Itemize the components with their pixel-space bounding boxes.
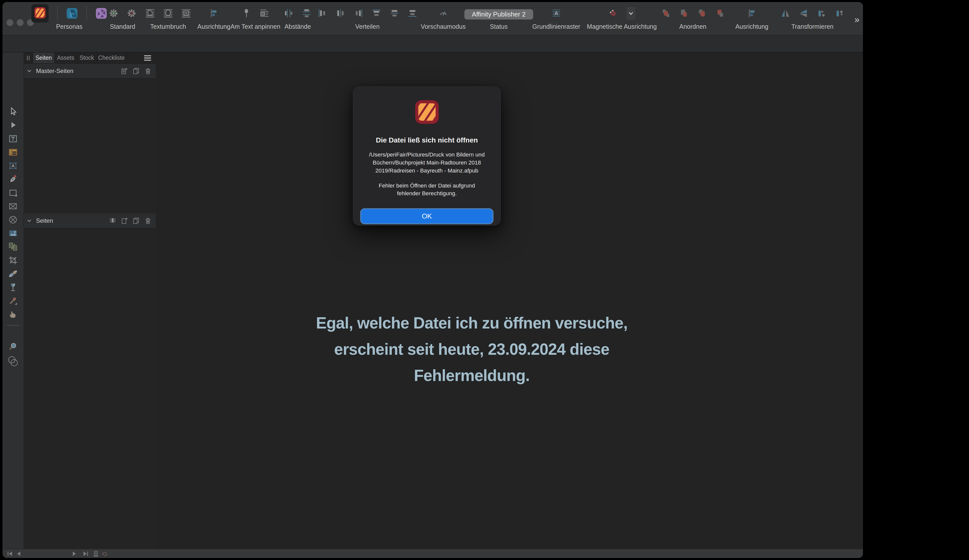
panel-menu-button[interactable] [143,53,152,63]
next-page-icon[interactable] [71,550,78,557]
wrap-square-icon[interactable] [145,8,155,18]
toolbar-group-standard: Standard [109,5,137,30]
section-chevron-icon[interactable] [26,68,33,74]
data-merge-tool[interactable] [8,242,18,251]
toolbar-group-textumbruch: Textumbruch [145,5,191,30]
svg-text:A: A [12,163,15,168]
wrap-ellipse-icon[interactable] [163,8,173,18]
flip-vertical-icon[interactable] [799,8,808,18]
selected-persona-highlight[interactable] [32,4,49,23]
rectangle-tool[interactable] [8,188,18,198]
place-image-tool[interactable] [8,229,18,238]
arrange-forward-icon[interactable] [679,8,689,18]
distribute-center-h-icon[interactable] [336,8,345,18]
toolbar-group-label: Anordnen [661,23,724,30]
section-chevron-icon[interactable] [26,218,33,224]
transparency-tool[interactable] [8,282,18,292]
rotate-ccw-icon[interactable] [817,8,826,18]
arrange-back-icon[interactable] [715,8,724,18]
first-page-icon[interactable] [7,550,13,557]
gear-broken-icon[interactable] [127,8,137,18]
picture-frame-ellipse-tool[interactable] [8,215,18,224]
duplicate-icon[interactable] [132,217,140,225]
tools-divider [7,325,19,326]
tools-sidebar: A [3,52,23,549]
pin-icon[interactable] [241,8,251,18]
panel-drag-handle[interactable] [24,53,33,63]
distribute-middle-icon[interactable] [390,8,399,18]
gradient-tool[interactable] [8,269,18,279]
tab-assets[interactable]: Assets [55,53,77,63]
minimize-window-button[interactable] [17,19,23,26]
baseline-grid-icon[interactable]: A [551,8,561,18]
main-toolbar: PersonasStandardTextumbruchAusrichtungAm… [3,2,863,35]
close-window-button[interactable] [7,19,13,26]
window-controls [7,19,34,26]
picture-frame-rect-tool[interactable] [8,201,18,211]
ok-button[interactable]: OK [361,209,493,223]
node-tool[interactable] [8,121,18,130]
align-left-icon[interactable] [209,8,219,18]
gear-green-icon[interactable] [109,8,118,18]
status-button[interactable]: Affinity Publisher 2 [465,9,533,20]
rotate-cw-icon[interactable] [835,8,844,18]
toolbar-group-personas: Personas [32,5,107,30]
error-dialog: Die Datei ließ sich nicht öffnen /Users/… [353,86,501,226]
distribute-top-icon[interactable] [372,8,381,18]
tab-seiten[interactable]: Seiten [33,53,55,63]
arrange-front-icon[interactable] [661,8,671,18]
toolbar-group-label: Magnetische Ausrichtung [587,23,657,30]
align-left-icon[interactable] [747,8,757,18]
designer-persona[interactable] [66,8,78,19]
distribute-bottom-icon[interactable] [408,8,417,18]
arrange-backward-icon[interactable] [697,8,707,18]
dialog-file-path: /Users/periFair/Pictures/Druck von Bilde… [360,151,494,175]
document-canvas[interactable]: Egal, welche Datei ich zu öffnen versuch… [156,52,863,549]
pinned-text-icon[interactable] [260,8,269,18]
wrap-none-icon[interactable] [181,8,191,18]
pages-section-header[interactable]: Seiten [24,213,156,229]
dialog-error-message: Fehler beim Öffnen der Datei aufgrund fe… [367,182,487,197]
pages-setup-icon[interactable] [109,217,117,225]
add-page-icon[interactable] [121,217,128,225]
frame-text-tool[interactable] [8,134,18,143]
distribute-right-icon[interactable] [354,8,363,18]
photo-persona[interactable] [95,8,107,19]
toolbar-group-verteilen: Verteilen [318,5,417,30]
preview-mode-icon[interactable] [438,8,448,18]
color-picker-tool[interactable] [8,296,18,306]
trash-icon[interactable] [144,217,152,225]
pen-tool[interactable] [8,174,18,184]
dialog-title: Die Datei ließ sich nicht öffnen [353,136,501,144]
panel-tab-bar: SeitenAssetsStockCheckliste [24,53,156,64]
publisher-app-icon [415,100,439,124]
flip-horizontal-icon[interactable] [781,8,790,18]
publisher-persona[interactable] [34,7,46,19]
last-page-icon[interactable] [82,550,89,557]
tab-stock[interactable]: Stock [77,53,97,63]
magnet-options-dropdown[interactable] [626,7,635,20]
magnet-icon[interactable] [608,8,618,18]
master-pages-section-header[interactable]: Master-Seiten [24,64,156,79]
distribute-left-icon[interactable] [318,8,327,18]
duplicate-icon[interactable] [132,67,140,75]
move-tool[interactable] [8,107,18,116]
spacing-vertical-icon[interactable] [302,8,311,18]
app-window: PersonasStandardTextumbruchAusrichtungAm… [3,2,863,558]
spacing-horizontal-icon[interactable] [284,8,293,18]
view-tool[interactable] [8,309,18,319]
prev-page-icon[interactable] [15,550,22,557]
artistic-text-tool[interactable]: A [8,161,18,171]
pages-list [24,229,156,549]
toolbar-overflow-button[interactable]: » [854,15,859,25]
table-tool[interactable] [8,148,18,157]
add-master-icon[interactable] [121,67,128,75]
toolbar-group-label: Verteilen [318,23,417,30]
vector-crop-tool[interactable] [8,256,18,265]
zoom-tool[interactable] [8,342,18,352]
tab-checkliste[interactable]: Checkliste [97,53,126,63]
pages-icon[interactable] [92,550,99,557]
canvas-annotation-text: Egal, welche Datei ich zu öffnen versuch… [246,310,697,389]
reset-rotation-icon[interactable] [101,550,108,557]
trash-icon[interactable] [144,67,152,75]
